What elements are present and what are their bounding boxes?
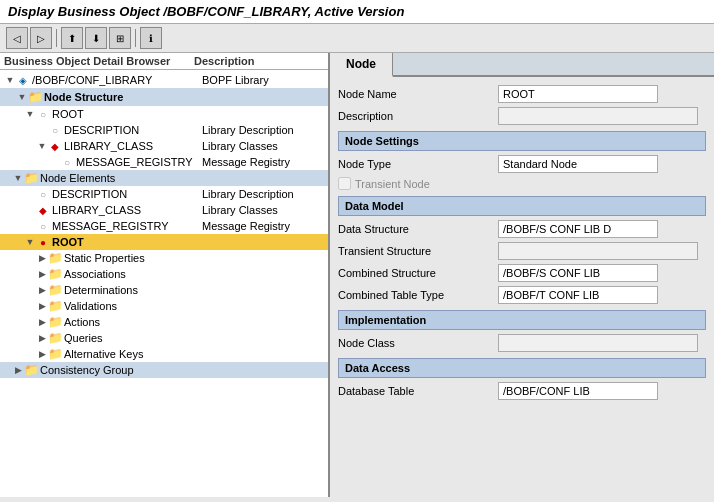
title-bar: Display Business Object /BOBF/CONF_LIBRA… (0, 0, 714, 24)
transient-structure-label: Transient Structure (338, 245, 498, 257)
combined-structure-label: Combined Structure (338, 267, 498, 279)
node-class-value[interactable] (498, 334, 698, 352)
tab-bar: Node (330, 53, 714, 77)
object-tree: ▼ ◈ /BOBF/CONF_LIBRARY BOPF Library ▼ 📁 … (0, 70, 328, 380)
node-name-label: Node Name (338, 88, 498, 100)
field-row-combined-structure: Combined Structure /BOBF/S CONF LIB (338, 264, 706, 282)
section-node-elements[interactable]: ▼ 📁 Node Elements (0, 170, 328, 186)
tree-item-determinations[interactable]: ▶ 📁 Determinations (0, 282, 328, 298)
node-desc: Message Registry (198, 156, 328, 168)
toolbar: ◁ ▷ ⬆ ⬇ ⊞ ℹ (0, 24, 714, 53)
description-label: Description (338, 110, 498, 122)
expand-icon (24, 220, 36, 232)
node-label: DESCRIPTION (52, 188, 198, 200)
object-icon: ◈ (16, 73, 30, 87)
folder-icon: 📁 (48, 299, 62, 313)
right-content: Node Name ROOT Description Node Settings… (330, 77, 714, 412)
expand-icon (24, 188, 36, 200)
tree-item-ne-library-class[interactable]: ◆ LIBRARY_CLASS Library Classes (0, 202, 328, 218)
tree-item-actions[interactable]: ▶ 📁 Actions (0, 314, 328, 330)
node-label: Queries (64, 332, 328, 344)
circle-icon: ● (36, 235, 50, 249)
tree-item-ns-library-class[interactable]: ▼ ◆ LIBRARY_CLASS Library Classes (0, 138, 328, 154)
field-row-node-type: Node Type Standard Node (338, 155, 706, 173)
folder-icon: 📁 (24, 171, 38, 185)
expand-icon: ▼ (12, 172, 24, 184)
page-title: Display Business Object /BOBF/CONF_LIBRA… (8, 4, 404, 19)
section-label: Node Elements (40, 172, 328, 184)
grid-button[interactable]: ⊞ (109, 27, 131, 49)
node-type-value[interactable]: Standard Node (498, 155, 658, 173)
tree-item-alt-keys[interactable]: ▶ 📁 Alternative Keys (0, 346, 328, 362)
database-table-label: Database Table (338, 385, 498, 397)
tree-item-ne-root-selected[interactable]: ▼ ● ROOT (0, 234, 328, 250)
node-name-value[interactable]: ROOT (498, 85, 658, 103)
expand-icon (48, 156, 60, 168)
tab-node[interactable]: Node (330, 53, 393, 77)
circle-icon: ○ (60, 155, 74, 169)
tree-item-ns-message-registry[interactable]: ○ MESSAGE_REGISTRY Message Registry (0, 154, 328, 170)
field-row-combined-table-type: Combined Table Type /BOBF/T CONF LIB (338, 286, 706, 304)
node-type-label: Node Type (338, 158, 498, 170)
circle-icon: ○ (36, 107, 50, 121)
node-class-label: Node Class (338, 337, 498, 349)
info-button[interactable]: ℹ (140, 27, 162, 49)
expand-icon: ▶ (36, 348, 48, 360)
transient-node-row: Transient Node (338, 177, 706, 190)
tree-item-ne-message-registry[interactable]: ○ MESSAGE_REGISTRY Message Registry (0, 218, 328, 234)
tree-item-ne-description[interactable]: ○ DESCRIPTION Library Description (0, 186, 328, 202)
expand-icon (24, 204, 36, 216)
expand-icon: ▼ (16, 91, 28, 103)
up-button[interactable]: ⬆ (61, 27, 83, 49)
node-desc: Library Description (198, 124, 328, 136)
tree-item-validations[interactable]: ▶ 📁 Validations (0, 298, 328, 314)
node-label: DESCRIPTION (64, 124, 198, 136)
expand-icon: ▶ (36, 300, 48, 312)
node-desc: BOPF Library (198, 74, 328, 86)
node-settings-section: Node Settings (338, 131, 706, 151)
node-label: ROOT (52, 108, 198, 120)
folder-icon: 📁 (48, 315, 62, 329)
tree-item-queries[interactable]: ▶ 📁 Queries (0, 330, 328, 346)
diamond-icon: ◆ (48, 139, 62, 153)
description-value[interactable] (498, 107, 698, 125)
tree-item-ns-description[interactable]: ○ DESCRIPTION Library Description (0, 122, 328, 138)
down-button[interactable]: ⬇ (85, 27, 107, 49)
data-structure-label: Data Structure (338, 223, 498, 235)
field-row-node-class: Node Class (338, 334, 706, 352)
expand-icon: ▶ (36, 268, 48, 280)
field-row-database-table: Database Table /BOBF/CONF LIB (338, 382, 706, 400)
combined-structure-value[interactable]: /BOBF/S CONF LIB (498, 264, 658, 282)
transient-node-label: Transient Node (355, 178, 430, 190)
tree-item-associations[interactable]: ▶ 📁 Associations (0, 266, 328, 282)
section-node-structure[interactable]: ▼ 📁 Node Structure (0, 88, 328, 106)
tree-item-static-props[interactable]: ▶ 📁 Static Properties (0, 250, 328, 266)
node-label: ROOT (52, 236, 198, 248)
left-panel: Business Object Detail Browser Descripti… (0, 53, 330, 497)
tree-item-ns-root[interactable]: ▼ ○ ROOT (0, 106, 328, 122)
section-consistency-group[interactable]: ▶ 📁 Consistency Group (0, 362, 328, 378)
col1-header: Business Object Detail Browser (4, 55, 194, 67)
forward-button[interactable]: ▷ (30, 27, 52, 49)
expand-icon: ▶ (36, 332, 48, 344)
data-access-section: Data Access (338, 358, 706, 378)
col2-header: Description (194, 55, 324, 67)
node-label: LIBRARY_CLASS (52, 204, 198, 216)
tree-item-root-obj[interactable]: ▼ ◈ /BOBF/CONF_LIBRARY BOPF Library (0, 72, 328, 88)
expand-icon: ▼ (36, 140, 48, 152)
transient-structure-value[interactable] (498, 242, 698, 260)
node-label: Static Properties (64, 252, 328, 264)
node-label: Alternative Keys (64, 348, 328, 360)
circle-icon: ○ (36, 187, 50, 201)
folder-icon: 📁 (48, 283, 62, 297)
back-button[interactable]: ◁ (6, 27, 28, 49)
node-desc: Library Description (198, 188, 328, 200)
node-label: MESSAGE_REGISTRY (76, 156, 198, 168)
combined-table-type-value[interactable]: /BOBF/T CONF LIB (498, 286, 658, 304)
data-structure-value[interactable]: /BOBF/S CONF LIB D (498, 220, 658, 238)
implementation-section: Implementation (338, 310, 706, 330)
database-table-value[interactable]: /BOBF/CONF LIB (498, 382, 658, 400)
node-label: LIBRARY_CLASS (64, 140, 198, 152)
field-row-description: Description (338, 107, 706, 125)
folder-icon: 📁 (28, 90, 42, 104)
